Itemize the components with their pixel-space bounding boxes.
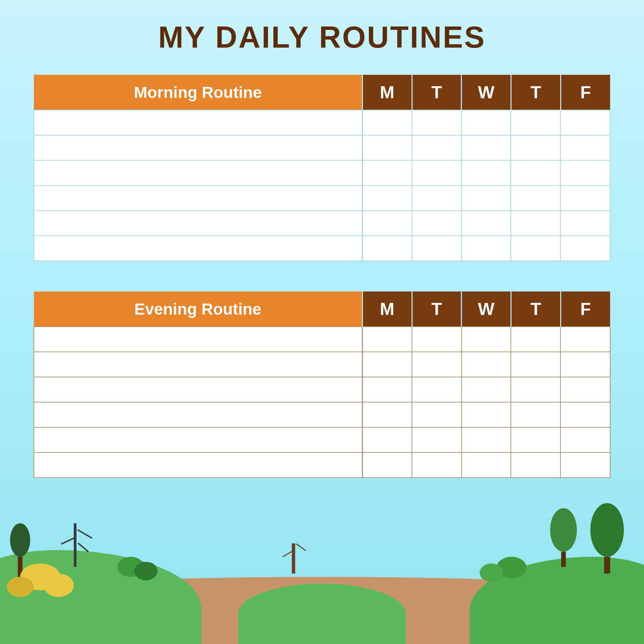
evening-row-5 [34,427,610,452]
morning-check-4-t2[interactable] [511,185,560,211]
evening-task-4[interactable] [34,402,362,427]
evening-check-3-f[interactable] [560,377,610,402]
evening-task-3[interactable] [34,377,362,402]
morning-day-t2: T [511,75,560,110]
evening-task-2[interactable] [34,352,362,377]
evening-check-2-t2[interactable] [511,352,560,377]
morning-check-1-f[interactable] [560,110,610,135]
grass-hill-middle [238,584,406,644]
morning-task-2[interactable] [34,135,362,160]
evening-task-6[interactable] [34,452,362,478]
evening-check-6-m[interactable] [362,452,412,478]
evening-check-3-w[interactable] [462,377,511,402]
evening-check-4-f[interactable] [560,402,610,427]
evening-check-6-t2[interactable] [511,452,560,478]
morning-row-4 [34,185,610,211]
morning-check-6-w[interactable] [462,236,511,261]
evening-check-2-t1[interactable] [412,352,462,377]
morning-check-4-w[interactable] [462,185,511,211]
morning-day-f: F [560,75,610,110]
morning-day-m: M [362,75,412,110]
evening-check-3-t1[interactable] [412,377,462,402]
evening-check-5-m[interactable] [362,427,412,452]
evening-check-4-t2[interactable] [511,402,560,427]
morning-day-t1: T [412,75,462,110]
morning-check-6-t1[interactable] [412,236,462,261]
morning-row-5 [34,211,610,236]
evening-check-1-f[interactable] [560,327,610,352]
morning-check-5-t1[interactable] [412,211,462,236]
morning-check-2-m[interactable] [362,135,412,160]
evening-row-4 [34,402,610,427]
evening-check-1-t1[interactable] [412,327,462,352]
morning-check-4-f[interactable] [560,185,610,211]
evening-day-t1: T [412,291,462,327]
flower-bush-left2 [44,574,74,597]
morning-task-1[interactable] [34,110,362,135]
morning-task-4[interactable] [34,185,362,211]
evening-check-6-f[interactable] [560,452,610,478]
evening-check-4-t1[interactable] [412,402,462,427]
tree-right1 [590,503,624,574]
evening-check-4-m[interactable] [362,402,412,427]
morning-task-5[interactable] [34,211,362,236]
morning-check-5-t2[interactable] [511,211,560,236]
morning-check-5-w[interactable] [462,211,511,236]
morning-check-6-m[interactable] [362,236,412,261]
morning-header-row: Morning Routine M T W T F [34,75,610,110]
morning-check-1-t1[interactable] [412,110,462,135]
evening-header-row: Evening Routine M T W T F [34,291,610,327]
main-content: MY DAILY ROUTINES Morning Routine M T W … [0,0,644,478]
evening-task-1[interactable] [34,327,362,352]
evening-row-2 [34,352,610,377]
evening-row-1 [34,327,610,352]
evening-day-w: W [462,291,511,327]
morning-check-3-t2[interactable] [511,160,560,185]
evening-check-2-w[interactable] [462,352,511,377]
morning-check-2-w[interactable] [462,135,511,160]
morning-check-3-t1[interactable] [412,160,462,185]
morning-task-6[interactable] [34,236,362,261]
morning-check-1-w[interactable] [462,110,511,135]
bush-left2 [134,562,158,580]
evening-check-2-m[interactable] [362,352,412,377]
morning-check-6-t2[interactable] [511,236,560,261]
evening-check-6-w[interactable] [462,452,511,478]
page-title: MY DAILY ROUTINES [34,20,610,55]
morning-check-5-f[interactable] [560,211,610,236]
evening-check-5-t2[interactable] [511,427,560,452]
evening-check-4-w[interactable] [462,402,511,427]
tree-middle [292,543,295,574]
evening-check-2-f[interactable] [560,352,610,377]
evening-row-6 [34,452,610,478]
evening-task-5[interactable] [34,427,362,452]
evening-check-6-t1[interactable] [412,452,462,478]
evening-routine-header: Evening Routine [34,291,362,327]
morning-check-2-t2[interactable] [511,135,560,160]
morning-check-3-w[interactable] [462,160,511,185]
evening-check-1-m[interactable] [362,327,412,352]
evening-check-5-w[interactable] [462,427,511,452]
evening-check-1-w[interactable] [462,327,511,352]
morning-task-3[interactable] [34,160,362,185]
morning-check-3-m[interactable] [362,160,412,185]
morning-routine-table: Morning Routine M T W T F [34,75,610,261]
morning-check-1-t2[interactable] [511,110,560,135]
morning-check-2-t1[interactable] [412,135,462,160]
morning-check-5-m[interactable] [362,211,412,236]
morning-routine-header: Morning Routine [34,75,362,110]
flower-bush-left3 [7,577,34,597]
evening-check-5-t1[interactable] [412,427,462,452]
morning-row-3 [34,160,610,185]
morning-check-1-m[interactable] [362,110,412,135]
morning-check-4-m[interactable] [362,185,412,211]
morning-check-6-f[interactable] [560,236,610,261]
evening-check-1-t2[interactable] [511,327,560,352]
morning-check-3-f[interactable] [560,160,610,185]
evening-check-3-m[interactable] [362,377,412,402]
morning-check-2-f[interactable] [560,135,610,160]
evening-check-3-t2[interactable] [511,377,560,402]
evening-check-5-f[interactable] [560,427,610,452]
morning-check-4-t1[interactable] [412,185,462,211]
morning-routine-section: Morning Routine M T W T F [34,75,610,261]
